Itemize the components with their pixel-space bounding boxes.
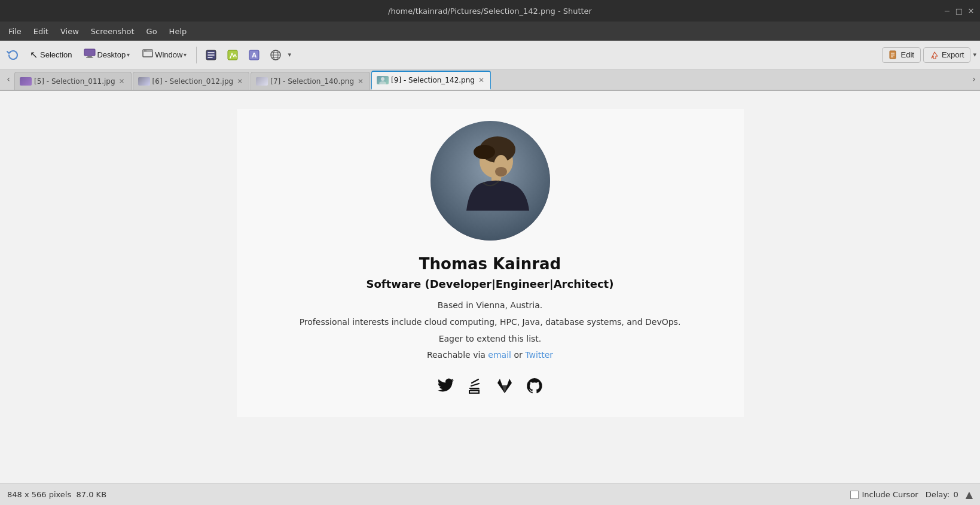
tab-4-thumb [377,76,389,84]
export-label: Export [942,50,964,59]
profile-eager: Eager to extend this list. [439,332,542,346]
window-button[interactable]: Window ▾ [137,46,191,63]
tab-2-close[interactable]: ✕ [236,76,244,87]
github-icon[interactable] [526,377,544,399]
stackoverflow-icon[interactable] [467,377,484,399]
status-filesize: 87.0 KB [77,490,107,499]
tab-3-thumb [256,77,268,86]
toolbar: ↖ Selection Desktop ▾ Window ▾ [0,41,980,69]
scroll-up-button[interactable]: ▲ [966,489,973,500]
desktop-icon [84,48,96,61]
toolbar-sep-1 [196,47,197,63]
svg-point-25 [474,145,495,159]
tab-4-label: [9] - Selection_142.png [391,76,475,84]
tab-2[interactable]: [6] - Selection_012.jpg ✕ [133,72,250,90]
tab-2-label: [6] - Selection_012.jpg [152,77,234,86]
tab-1-close[interactable]: ✕ [118,76,126,87]
window-label: Window [155,50,182,59]
menu-go[interactable]: Go [142,25,162,38]
tabs-bar: ‹ [5] - Selection_011.jpg ✕ [6] - Select… [0,69,980,91]
cursor-icon: ↖ [30,49,38,60]
profile-name: Thomas Kainrad [419,255,561,273]
globe-button[interactable] [266,45,285,65]
tab-right-arrow[interactable]: › [968,68,980,90]
gitlab-icon[interactable] [496,377,514,399]
tab-1-thumb [20,77,32,86]
menu-help[interactable]: Help [164,25,192,38]
profile-title: Software (Developer|Engineer|Architect) [367,278,614,290]
social-icons [437,377,544,399]
tab-3-label: [7] - Selection_140.png [270,77,354,86]
reachable-pre: Reachable via [427,350,488,360]
profile-reachable: Reachable via email or Twitter [427,348,553,363]
svg-rect-32 [469,390,470,394]
tab-3-close[interactable]: ✕ [356,76,365,87]
minimize-button[interactable]: ─ [943,7,951,15]
delay-section: Delay: 0 [926,490,958,499]
include-cursor-checkbox[interactable] [850,491,859,499]
profile-interests: Professional interests include cloud com… [300,315,681,330]
svg-rect-33 [478,390,480,394]
profile-location: Based in Vienna, Austria. [438,299,543,313]
edit-label: Edit [900,50,914,59]
tab-3[interactable]: [7] - Selection_140.png ✕ [251,72,370,90]
menubar: File Edit View Screenshot Go Help [0,22,980,41]
tab-4-close[interactable]: ✕ [477,75,486,86]
menu-screenshot[interactable]: Screenshot [86,25,139,38]
svg-rect-2 [86,57,93,59]
email-link[interactable]: email [488,350,511,360]
reachable-or: or [511,350,525,360]
text-tool-button[interactable]: A [245,45,264,65]
desktop-button[interactable]: Desktop ▾ [79,46,135,63]
include-cursor-label: Include Cursor [862,490,918,499]
status-dimensions: 848 x 566 pixels [7,490,71,499]
desktop-label: Desktop [97,50,126,59]
selection-label: Selection [40,50,72,59]
window-icon [142,48,154,61]
toolbar-right: Edit Export ▾ [882,47,976,63]
export-dropdown-arrow[interactable]: ▾ [973,51,976,59]
svg-point-28 [495,167,507,177]
edit-button[interactable]: Edit [882,47,920,63]
content-area: Thomas Kainrad Software (Developer|Engin… [0,91,980,483]
menu-file[interactable]: File [4,25,26,38]
svg-rect-30 [469,390,479,391]
refresh-button[interactable] [4,45,23,65]
desktop-dropdown-arrow[interactable]: ▾ [127,51,130,58]
draw-tool-button[interactable] [223,45,242,65]
twitter-link[interactable]: Twitter [525,350,553,360]
statusbar: 848 x 566 pixels 87.0 KB Include Cursor … [0,483,980,505]
window-dropdown-arrow[interactable]: ▾ [184,51,187,58]
redo-tool-button[interactable] [202,45,221,65]
twitter-icon[interactable] [437,377,455,399]
globe-dropdown-arrow[interactable]: ▾ [288,51,291,59]
tab-1[interactable]: [5] - Selection_011.jpg ✕ [14,72,132,90]
menu-edit[interactable]: Edit [29,25,53,38]
titlebar: /home/tkainrad/Pictures/Selection_142.pn… [0,0,980,22]
window-title: /home/tkainrad/Pictures/Selection_142.pn… [388,7,592,16]
tab-4[interactable]: [9] - Selection_142.png ✕ [371,71,491,90]
menu-view[interactable]: View [56,25,84,38]
svg-text:A: A [252,52,257,59]
svg-rect-0 [84,49,95,56]
tab-left-arrow[interactable]: ‹ [2,68,14,90]
export-button[interactable]: Export [923,47,971,63]
close-button[interactable]: ✕ [967,7,975,15]
tab-2-thumb [138,77,150,86]
svg-point-20 [381,77,384,81]
svg-point-21 [379,81,386,84]
svg-point-6 [145,50,146,51]
include-cursor-section: Include Cursor [850,490,918,499]
statusbar-right: Include Cursor Delay: 0 ▲ [850,489,973,500]
delay-value: 0 [953,490,958,499]
screenshot-display: Thomas Kainrad Software (Developer|Engin… [237,109,744,417]
delay-label: Delay: [926,490,950,499]
svg-rect-31 [469,393,479,394]
svg-point-5 [144,50,145,51]
maximize-button[interactable]: □ [955,7,963,15]
profile-avatar [431,121,550,241]
tab-1-label: [5] - Selection_011.jpg [34,77,115,86]
selection-button[interactable]: ↖ Selection [25,47,77,63]
